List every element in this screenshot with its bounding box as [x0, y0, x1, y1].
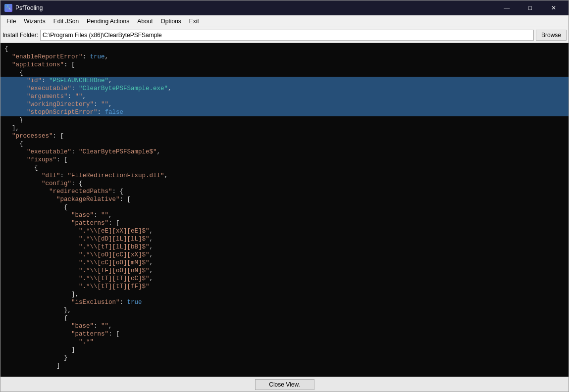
install-folder-input[interactable]	[40, 30, 534, 41]
code-line: ".*\\[fF][oO][nN]$",	[0, 267, 569, 275]
close-button[interactable]: ✕	[542, 0, 565, 15]
app-icon: 🔧	[4, 4, 12, 12]
title-bar-left: 🔧 PsfTooling	[4, 4, 43, 12]
code-line: "id": "PSFLAUNCHEROne",	[0, 77, 569, 85]
code-line: "enableReportError": true,	[0, 53, 569, 61]
menu-wizards[interactable]: Wizards	[20, 17, 49, 26]
code-editor[interactable]: { "enableReportError": true, "applicatio…	[0, 43, 569, 377]
close-view-button[interactable]: Close View.	[255, 379, 314, 390]
code-line: ]	[0, 346, 569, 354]
menu-exit[interactable]: Exit	[185, 17, 203, 26]
code-line: "base": "",	[0, 322, 569, 330]
code-line: "config": {	[0, 180, 569, 188]
browse-button[interactable]: Browse	[536, 30, 567, 41]
code-line: ".*\\[oO][cC][xX]$",	[0, 251, 569, 259]
menu-edit-json[interactable]: Edit JSon	[50, 17, 83, 26]
code-line: {	[0, 45, 569, 53]
window-title: PsfTooling	[15, 4, 43, 11]
code-line: "patterns": [	[0, 330, 569, 338]
code-line: }	[0, 354, 569, 362]
code-line: {	[0, 69, 569, 77]
title-bar: 🔧 PsfTooling — □ ✕	[0, 0, 569, 15]
code-line: "packageRelative": [	[0, 196, 569, 203]
code-line: "arguments": "",	[0, 93, 569, 100]
toolbar-row: Install Folder: Browse	[0, 27, 569, 43]
code-line: {	[0, 203, 569, 211]
menu-file[interactable]: File	[2, 17, 20, 26]
code-line: {	[0, 140, 569, 148]
menu-options[interactable]: Options	[156, 17, 185, 26]
code-line: "dll": "FileRedirectionFixup.dll",	[0, 172, 569, 180]
code-line: "applications": [	[0, 61, 569, 69]
code-line: "patterns": [	[0, 219, 569, 227]
code-line: ".*\\[tT][lL][bB]$",	[0, 243, 569, 251]
code-line: "stopOnScriptError": false	[0, 108, 569, 116]
code-line: ".*\\[cC][oO][mM]$",	[0, 259, 569, 267]
code-line: ".*"	[0, 338, 569, 346]
code-line: {	[0, 164, 569, 172]
menu-pending-actions[interactable]: Pending Actions	[83, 17, 133, 26]
code-line: ],	[0, 124, 569, 132]
code-line: }	[0, 116, 569, 124]
code-line: ".*\\[tT][tT][cC]$",	[0, 275, 569, 283]
code-line: "workingDirectory": "",	[0, 100, 569, 108]
code-line: "base": "",	[0, 211, 569, 219]
status-bar: Close View.	[0, 377, 569, 392]
maximize-button[interactable]: □	[519, 0, 541, 15]
code-line: },	[0, 306, 569, 314]
code-line: "executable": "ClearBytePSFSample$",	[0, 148, 569, 156]
window-controls: — □ ✕	[496, 0, 565, 15]
code-line: "isExclusion": true	[0, 298, 569, 306]
editor-area: { "enableReportError": true, "applicatio…	[0, 43, 569, 377]
code-line: "executable": "ClearBytePSFSample.exe",	[0, 85, 569, 93]
minimize-button[interactable]: —	[496, 0, 518, 15]
code-line: "processes": [	[0, 132, 569, 140]
code-line: ".*\\[tT][tT][fF]$"	[0, 283, 569, 291]
code-line: "fixups": [	[0, 156, 569, 164]
code-line: "redirectedPaths": {	[0, 188, 569, 196]
install-folder-label: Install Folder:	[2, 32, 38, 39]
code-line: ]	[0, 362, 569, 370]
code-line: {	[0, 314, 569, 322]
code-line: ".*\\[dD][lL][lL]$",	[0, 235, 569, 243]
menu-bar: File Wizards Edit JSon Pending Actions A…	[0, 15, 569, 27]
main-window: 🔧 PsfTooling — □ ✕ File Wizards Edit JSo…	[0, 0, 569, 392]
menu-about[interactable]: About	[133, 17, 156, 26]
code-line: ],	[0, 291, 569, 298]
code-line: ".*\\[eE][xX][eE]$",	[0, 227, 569, 235]
